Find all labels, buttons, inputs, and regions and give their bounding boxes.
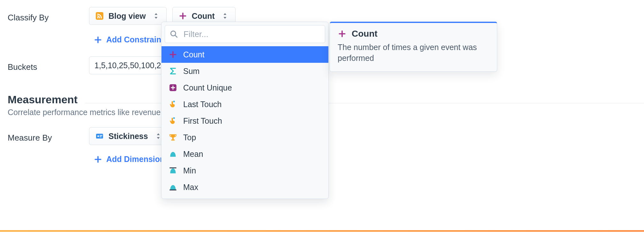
measurement-title: Measurement (8, 93, 78, 106)
dropdown-item-min[interactable]: Min (161, 162, 328, 179)
add-constraint-button[interactable]: Add Constraint (89, 33, 168, 47)
measure-selector[interactable]: Stickiness (89, 127, 169, 145)
touch-icon (168, 100, 177, 109)
dropdown-item-max[interactable]: Max (161, 179, 328, 195)
bell-icon (168, 150, 177, 158)
dropdown-item-label: Top (183, 133, 196, 142)
plus-magenta-icon (168, 50, 177, 59)
sort-icon (152, 11, 161, 20)
bell-down-icon (168, 166, 177, 175)
dropdown-item-label: Sum (183, 67, 199, 76)
dropdown-item-mean[interactable]: Mean (161, 146, 328, 162)
bell-up-icon (168, 183, 177, 192)
classify-event-selector[interactable]: Blog view (89, 7, 167, 25)
classify-event-value: Blog view (109, 11, 146, 21)
bottom-accent (0, 230, 644, 232)
plus-box-icon (168, 83, 177, 92)
search-icon (169, 30, 178, 39)
dropdown-item-label: Count (183, 50, 205, 59)
aggregation-dropdown: CountSumCount UniqueLast TouchFirst Touc… (161, 22, 329, 199)
rss-icon (95, 11, 104, 20)
add-dimension-label: Add Dimension (106, 155, 165, 164)
dropdown-item-label: Min (183, 166, 196, 175)
tooltip-description: The number of times a given event was pe… (338, 42, 489, 64)
tooltip-title: Count (352, 29, 378, 39)
sort-icon (221, 11, 229, 20)
dropdown-item-label: Last Touch (183, 100, 221, 109)
trophy-icon (168, 133, 177, 142)
sigma-icon (168, 67, 177, 76)
add-constraint-label: Add Constraint (106, 35, 164, 44)
plus-icon (94, 155, 102, 164)
add-dimension-button[interactable]: Add Dimension (89, 152, 169, 166)
dropdown-item-count-unique[interactable]: Count Unique (161, 79, 328, 96)
dropdown-item-top[interactable]: Top (161, 129, 328, 146)
dropdown-item-label: First Touch (183, 116, 222, 126)
aggregation-tooltip: Count The number of times a given event … (330, 22, 497, 72)
dropdown-item-label: Count Unique (183, 83, 232, 92)
plus-icon (94, 35, 102, 44)
plus-icon (338, 29, 347, 38)
dropdown-item-count[interactable]: Count (161, 46, 328, 63)
buckets-label: Buckets (8, 56, 89, 72)
measure-value: Stickiness (109, 132, 148, 141)
dropdown-item-sum[interactable]: Sum (161, 63, 328, 79)
plus-icon (178, 11, 187, 20)
dropdown-filter-input[interactable] (183, 29, 320, 40)
measure-by-label: Measure By (8, 127, 89, 143)
dropdown-item-label: Mean (183, 150, 203, 159)
id-card-icon (95, 132, 104, 141)
dropdown-item-last-touch[interactable]: Last Touch (161, 96, 328, 113)
classify-by-label: Classify By (8, 7, 89, 23)
dropdown-filter[interactable] (165, 25, 325, 43)
dropdown-item-label: Max (183, 183, 198, 192)
touch-icon (168, 116, 177, 125)
dropdown-item-first-touch[interactable]: First Touch (161, 113, 328, 129)
classify-agg-value: Count (192, 11, 215, 21)
